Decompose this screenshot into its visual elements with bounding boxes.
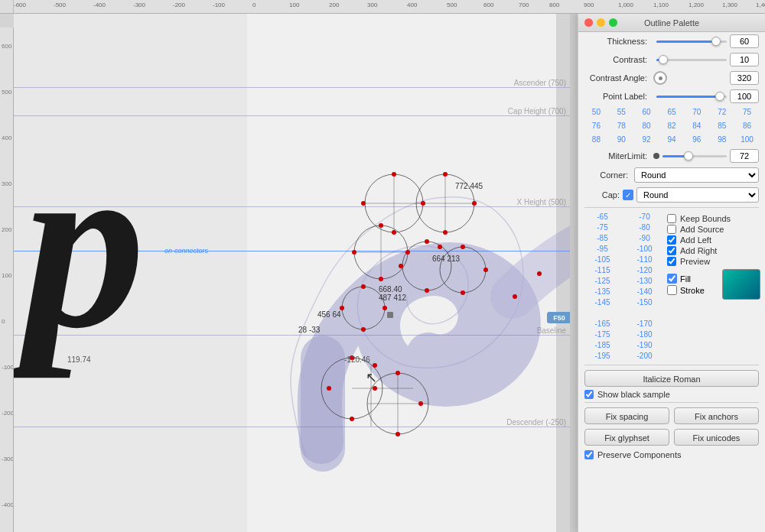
neg-105[interactable]: -105 <box>584 255 620 264</box>
color-swatch[interactable] <box>722 269 760 300</box>
num-90[interactable]: 90 <box>610 135 633 144</box>
miter-thumb[interactable] <box>684 151 693 161</box>
neg-185[interactable]: -185 <box>584 340 620 350</box>
cursor: ↖ <box>366 369 377 386</box>
cap-checkbox[interactable]: ✓ <box>623 190 633 200</box>
num-98[interactable]: 98 <box>710 135 734 144</box>
coord-664: 664 213 <box>432 255 460 263</box>
cap-select[interactable]: Round Butt Square <box>636 187 759 203</box>
contrast-thumb[interactable] <box>659 55 668 64</box>
num-70[interactable]: 70 <box>685 107 708 117</box>
stroke-checkbox[interactable] <box>667 285 677 295</box>
point-label-input[interactable] <box>730 89 759 103</box>
neg-195[interactable]: -195 <box>584 351 620 361</box>
fix-unicodes-button[interactable]: Fix unicodes <box>674 429 759 446</box>
keep-bounds-item: Keep Bounds <box>667 213 760 224</box>
miter-limit-input[interactable] <box>730 149 759 163</box>
neg-175[interactable]: -175 <box>584 329 620 339</box>
neg-150[interactable]: -150 <box>627 297 662 307</box>
num-88[interactable]: 88 <box>584 135 608 144</box>
fix-anchors-button[interactable]: Fix anchors <box>674 407 759 424</box>
num-76[interactable]: 76 <box>584 121 608 131</box>
svg-point-45 <box>327 386 331 391</box>
num-100[interactable]: 100 <box>735 135 759 144</box>
neg-120[interactable]: -120 <box>627 265 662 275</box>
maximize-button[interactable] <box>609 18 617 27</box>
num-78[interactable]: 78 <box>610 121 633 131</box>
point-label-thumb[interactable] <box>715 92 724 101</box>
num-96[interactable]: 96 <box>685 135 708 144</box>
neg-110[interactable]: -110 <box>627 255 662 264</box>
neg-80[interactable]: -80 <box>627 222 662 232</box>
point-label-slider[interactable] <box>656 96 727 98</box>
preserve-checkbox[interactable] <box>584 450 594 459</box>
num-80[interactable]: 80 <box>635 121 659 131</box>
svg-point-30 <box>399 264 403 268</box>
contrast-angle-input[interactable] <box>730 71 759 85</box>
thickness-slider[interactable] <box>656 41 727 43</box>
corner-select[interactable]: Round Miter Bevel <box>634 167 759 183</box>
fill-checkbox[interactable] <box>667 274 677 284</box>
italicize-roman-button[interactable]: Italicize Roman <box>584 370 759 387</box>
num-75[interactable]: 75 <box>735 107 759 117</box>
neg-180[interactable]: -180 <box>627 329 662 339</box>
miter-slider[interactable] <box>662 155 727 157</box>
neg-75[interactable]: -75 <box>584 222 620 232</box>
keep-bounds-checkbox[interactable] <box>667 214 676 223</box>
thickness-thumb[interactable] <box>711 37 721 46</box>
num-94[interactable]: 94 <box>660 135 684 144</box>
neg-165[interactable]: -165 <box>584 319 620 329</box>
neg-90[interactable]: -90 <box>627 233 662 243</box>
neg-190[interactable]: -190 <box>627 340 662 350</box>
neg-85[interactable]: -85 <box>584 233 620 243</box>
show-black-checkbox[interactable] <box>584 390 594 399</box>
contrast-input[interactable] <box>730 53 759 66</box>
svg-point-33 <box>461 245 465 249</box>
add-right-checkbox[interactable] <box>667 246 676 255</box>
contrast-slider[interactable] <box>656 59 727 61</box>
fix-glyphset-button[interactable]: Fix glyphset <box>584 429 669 446</box>
point-label-fill <box>656 96 720 98</box>
thickness-input[interactable] <box>730 34 759 48</box>
add-left-item: Add Left <box>667 235 760 245</box>
num-92[interactable]: 92 <box>635 135 659 144</box>
neg-95[interactable]: -95 <box>584 244 620 254</box>
neg-140[interactable]: -140 <box>627 287 662 297</box>
close-button[interactable] <box>584 18 593 27</box>
ruler-left: 600 500 400 300 200 100 0 -100 -200 -300… <box>0 28 14 532</box>
coord-119: 119.74 <box>67 355 91 364</box>
num-50[interactable]: 50 <box>584 107 608 117</box>
svg-point-47 <box>373 386 377 391</box>
svg-point-25 <box>352 250 356 255</box>
add-source-checkbox[interactable] <box>667 225 676 234</box>
angle-dot[interactable] <box>653 71 667 85</box>
num-86[interactable]: 86 <box>735 121 759 131</box>
num-55[interactable]: 55 <box>610 107 633 117</box>
minimize-button[interactable] <box>597 18 605 27</box>
neg-100[interactable]: -100 <box>627 244 662 254</box>
neg-135[interactable]: -135 <box>584 287 620 297</box>
neg-70[interactable]: -70 <box>627 212 662 222</box>
num-82[interactable]: 82 <box>660 121 684 131</box>
num-60[interactable]: 60 <box>635 107 659 117</box>
num-grid-row2: 76 78 80 82 84 85 86 <box>578 119 765 132</box>
neg-200[interactable]: -200 <box>627 351 662 361</box>
num-72[interactable]: 72 <box>710 107 734 117</box>
add-left-checkbox[interactable] <box>667 235 676 245</box>
glyph-svg[interactable]: F50 0 1 2 3 <box>245 14 570 532</box>
fix-spacing-button[interactable]: Fix spacing <box>584 407 669 424</box>
neg-grid-inner: -65 -70 -75 -80 -85 -90 -95 -100 -105 -1… <box>584 212 662 361</box>
preview-checkbox[interactable] <box>667 257 676 266</box>
num-84[interactable]: 84 <box>685 121 708 131</box>
fill-stroke-checks: Fill Stroke <box>667 274 722 295</box>
neg-125[interactable]: -125 <box>584 276 620 286</box>
add-source-item: Add Source <box>667 224 760 235</box>
neg-145[interactable]: -145 <box>584 297 620 307</box>
neg-170[interactable]: -170 <box>627 319 662 329</box>
neg-65[interactable]: -65 <box>584 212 620 222</box>
num-65[interactable]: 65 <box>660 107 684 117</box>
neg-115[interactable]: -115 <box>584 265 620 275</box>
num-85[interactable]: 85 <box>710 121 734 131</box>
neg-130[interactable]: -130 <box>627 276 662 286</box>
contrast-label: Contrast: <box>584 55 653 64</box>
